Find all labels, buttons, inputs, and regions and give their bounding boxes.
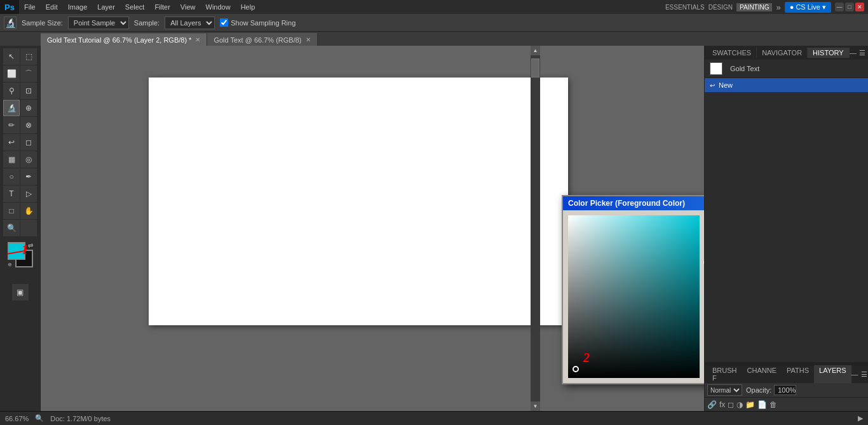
- show-sampling-ring-checkbox[interactable]: [220, 18, 228, 27]
- lasso-tool[interactable]: ⌒: [20, 65, 37, 82]
- layers-header-controls: — ☰: [851, 370, 867, 379]
- hand-tool[interactable]: ✋: [20, 203, 37, 219]
- pen-tool[interactable]: ✒: [20, 168, 37, 185]
- tab-gold-text-tutorial[interactable]: Gold Text Tutorial @ 66.7% (Layer 2, RGB…: [41, 33, 207, 46]
- brush-tab[interactable]: BRUSH F: [707, 365, 742, 383]
- tab-label-2: Gold Text @ 66.7% (RGB/8): [214, 36, 301, 44]
- tab-gold-text[interactable]: Gold Text @ 66.7% (RGB/8) ✕: [207, 33, 317, 46]
- history-item-new[interactable]: ↩ New: [705, 78, 868, 92]
- layers-minimize-icon[interactable]: —: [851, 370, 858, 379]
- move-tool[interactable]: ↖: [3, 48, 20, 65]
- cs-live-button[interactable]: ● CS Live ▾: [785, 2, 831, 13]
- adjustment-icon[interactable]: ◑: [736, 400, 743, 409]
- expand-icon[interactable]: »: [776, 3, 780, 12]
- workspace-essentials[interactable]: ESSENTIALS: [665, 4, 705, 11]
- zoom-tool[interactable]: 🔍: [3, 220, 20, 236]
- color-gradient-picker[interactable]: 2: [568, 215, 700, 378]
- menu-edit[interactable]: Edit: [41, 2, 63, 12]
- quick-select-tool[interactable]: ⚲: [3, 83, 20, 99]
- brush-tool[interactable]: ✏: [3, 117, 20, 133]
- swatches-tab[interactable]: SWATCHES: [707, 48, 757, 58]
- path-select-tool[interactable]: ▷: [20, 186, 37, 202]
- sample-size-label: Sample Size:: [22, 19, 63, 27]
- menu-file[interactable]: File: [19, 2, 41, 12]
- mode-icons: ▣: [12, 284, 29, 300]
- maximize-button[interactable]: □: [845, 3, 854, 11]
- left-toolbar: ↖ ⬚ ⬜ ⌒ ⚲ ⊡ 🔬 ⊕ ✏ ⊗ ↩ ◻ ▦ ◎ ○ ✒: [0, 46, 41, 411]
- opacity-row: Opacity:: [743, 384, 799, 396]
- dialog-title: Color Picker (Foreground Color): [568, 199, 685, 208]
- tool-row-11: 🔍: [3, 220, 37, 236]
- scroll-right-area[interactable]: ▶: [858, 414, 863, 422]
- workspace-painting[interactable]: PAINTING: [736, 3, 772, 11]
- scroll-up-arrow[interactable]: ▲: [531, 46, 540, 55]
- menu-help[interactable]: Help: [236, 2, 261, 12]
- new-layer-icon[interactable]: 🔗: [707, 400, 717, 409]
- tab-close-2[interactable]: ✕: [306, 36, 311, 43]
- dodge-tool[interactable]: ○: [3, 168, 20, 185]
- trash-icon[interactable]: 🗑: [770, 400, 777, 409]
- eraser-tool[interactable]: ◻: [20, 134, 37, 151]
- fx-icon[interactable]: fx: [719, 400, 725, 409]
- blur-tool[interactable]: ◎: [20, 151, 37, 168]
- panel-header: SWATCHES NAVIGATOR HISTORY — ☰: [705, 46, 868, 60]
- dialog-body: 2 new current: [563, 210, 704, 383]
- blend-mode-select[interactable]: Normal: [707, 384, 742, 396]
- menu-window[interactable]: Window: [201, 2, 236, 12]
- paths-tab[interactable]: PATHS: [782, 365, 814, 383]
- eyedropper-tool-icon[interactable]: 🔬: [4, 17, 17, 29]
- history-tab[interactable]: HISTORY: [808, 48, 850, 58]
- mask-icon[interactable]: ◻: [728, 400, 734, 409]
- sample-select[interactable]: All Layers: [165, 17, 215, 29]
- reset-colors-icon[interactable]: ⊕: [8, 262, 12, 267]
- screen-mode-btn[interactable]: ▣: [12, 284, 29, 300]
- panel-menu-icon[interactable]: ☰: [859, 49, 865, 57]
- menu-view[interactable]: View: [175, 2, 201, 12]
- menu-bar: Ps File Edit Image Layer Select Filter V…: [0, 0, 868, 14]
- text-tool[interactable]: T: [3, 186, 20, 202]
- navigator-tab[interactable]: NAVIGATOR: [757, 48, 808, 58]
- marquee-tool[interactable]: ⬜: [3, 65, 20, 82]
- opacity-input[interactable]: [774, 385, 796, 395]
- options-bar: 🔬 Sample Size: Point Sample Sample: All …: [0, 14, 868, 32]
- new-page-icon[interactable]: 📄: [757, 400, 767, 409]
- color-swatches: ⇄ ⊕: [8, 242, 33, 267]
- layers-toolbar: Normal Opacity:: [705, 383, 868, 397]
- menu-right-area: ESSENTIALS DESIGN PAINTING » ● CS Live ▾…: [665, 2, 868, 13]
- doc-info: Doc: 1.72M/0 bytes: [50, 415, 111, 422]
- scroll-thumb[interactable]: [531, 58, 539, 78]
- close-button[interactable]: ✕: [855, 3, 864, 11]
- dialog-titlebar[interactable]: Color Picker (Foreground Color) ✕: [563, 196, 704, 210]
- hue-cursor: [703, 261, 704, 264]
- stamp-tool[interactable]: ⊗: [20, 117, 37, 133]
- layers-tab[interactable]: LAYERS: [814, 365, 851, 383]
- status-bar: 66.67% 🔍 Doc: 1.72M/0 bytes ▶: [0, 411, 868, 425]
- menu-filter[interactable]: Filter: [149, 2, 175, 12]
- crop-tool[interactable]: ⊡: [20, 83, 37, 99]
- artboard-tool[interactable]: ⬚: [20, 48, 37, 65]
- minimize-button[interactable]: —: [835, 3, 844, 11]
- scroll-down-arrow[interactable]: ▼: [531, 401, 540, 411]
- tab-close-1[interactable]: ✕: [195, 36, 200, 43]
- canvas-area[interactable]: Color Picker (Foreground Color) ✕ 2: [41, 46, 704, 411]
- shape-tool[interactable]: □: [3, 203, 20, 219]
- history-snapshot-area: Gold Text: [705, 60, 868, 78]
- panel-minimize-icon[interactable]: —: [850, 49, 857, 57]
- menu-select[interactable]: Select: [120, 2, 150, 12]
- healing-tool[interactable]: ⊕: [20, 100, 37, 116]
- gradient-tool[interactable]: ▦: [3, 151, 20, 168]
- history-brush-tool[interactable]: ↩: [3, 134, 20, 151]
- swap-colors-icon[interactable]: ⇄: [28, 242, 33, 249]
- layers-menu-icon[interactable]: ☰: [861, 370, 867, 379]
- channels-tab[interactable]: CHANNE: [742, 365, 782, 383]
- menu-image[interactable]: Image: [63, 2, 93, 12]
- show-sampling-ring-option[interactable]: Show Sampling Ring: [220, 18, 295, 27]
- eyedropper-tool[interactable]: 🔬: [3, 100, 20, 116]
- tab-label-1: Gold Text Tutorial @ 66.7% (Layer 2, RGB…: [47, 36, 191, 44]
- scroll-track[interactable]: [531, 55, 540, 401]
- folder-icon[interactable]: 📁: [745, 400, 755, 409]
- workspace-design[interactable]: DESIGN: [709, 4, 733, 11]
- show-sampling-ring-label: Show Sampling Ring: [231, 19, 295, 27]
- sample-size-select[interactable]: Point Sample: [68, 17, 129, 29]
- menu-layer[interactable]: Layer: [92, 2, 120, 12]
